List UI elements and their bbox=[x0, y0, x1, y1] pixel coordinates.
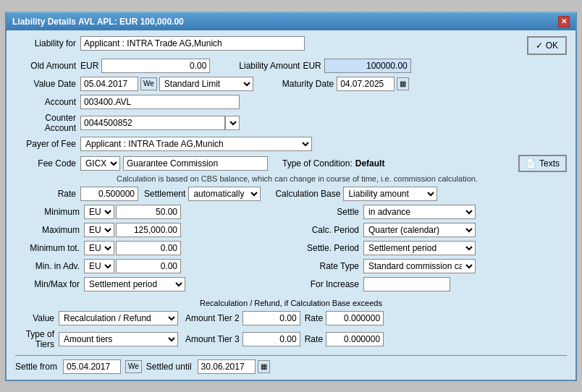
title-bar: Liability Details AVL APL: EUR 100,000.0… bbox=[7, 13, 575, 30]
minimum-tot-input[interactable] bbox=[116, 241, 181, 255]
settle-label: Settle bbox=[295, 207, 363, 217]
amount-tier3-label: Amount Tier 3 bbox=[185, 334, 240, 344]
maturity-date-label: Maturity Date bbox=[282, 79, 334, 89]
calc-base-label: Calculation Base bbox=[275, 189, 340, 199]
settled-until-cal-button[interactable]: ▦ bbox=[258, 360, 270, 373]
checkmark-icon: ✓ bbox=[536, 41, 543, 51]
type-of-tiers-label: Type of Tiers bbox=[15, 329, 59, 349]
rate-type-label: Rate Type bbox=[295, 261, 363, 271]
type-of-tiers-select[interactable]: Amount tiers bbox=[59, 332, 178, 346]
payer-of-fee-label: Payer of Fee bbox=[15, 139, 80, 149]
rate-input[interactable] bbox=[80, 187, 138, 201]
maximum-label: Maximum bbox=[15, 225, 84, 235]
liability-for-row: Liability for bbox=[15, 36, 305, 51]
rate2-label: Rate bbox=[305, 313, 323, 323]
rate2-input[interactable] bbox=[326, 311, 384, 325]
fee-code-label: Fee Code bbox=[15, 158, 80, 169]
settled-until-label: Settled until bbox=[146, 362, 192, 372]
account-label: Account bbox=[15, 97, 80, 107]
settle-select[interactable]: in advance bbox=[363, 205, 476, 219]
fee-code-select[interactable]: GICX bbox=[80, 156, 120, 171]
settle-period-label: Settle. Period bbox=[295, 243, 363, 253]
value-select[interactable]: Recalculation / Refund bbox=[59, 311, 178, 325]
value-date-label: Value Date bbox=[15, 79, 80, 89]
maximum-currency-select[interactable]: EUR bbox=[84, 223, 114, 237]
ok-button[interactable]: ✓ OK bbox=[527, 36, 567, 55]
liability-amount-input[interactable] bbox=[324, 59, 411, 73]
rate-label: Rate bbox=[15, 189, 80, 199]
calc-period-label: Calc. Period bbox=[295, 225, 363, 235]
calc-info: Calculation is based on CBS balance, whi… bbox=[117, 174, 567, 183]
counter-account-select[interactable]: ▼ bbox=[225, 116, 240, 130]
window-title: Liability Details AVL APL: EUR 100,000.0… bbox=[12, 17, 184, 27]
amount-tier2-label: Amount Tier 2 bbox=[185, 313, 240, 323]
standard-limit-select[interactable]: Standard Limit bbox=[159, 77, 253, 91]
main-window: Liability Details AVL APL: EUR 100,000.0… bbox=[5, 12, 577, 381]
old-amount-label: Old Amount bbox=[15, 61, 80, 71]
rate3-label: Rate bbox=[305, 334, 323, 344]
minimum-tot-currency-select[interactable]: EUR bbox=[84, 241, 114, 255]
settlement-label: Settlement bbox=[144, 189, 185, 199]
minimum-currency-select[interactable]: EUR bbox=[84, 205, 114, 219]
type-of-condition-label: Type of Condition: bbox=[282, 158, 353, 169]
type-of-condition-value: Default bbox=[355, 158, 385, 169]
settle-from-input[interactable] bbox=[63, 359, 121, 374]
maturity-date-cal-button[interactable]: ▦ bbox=[397, 77, 409, 90]
liability-for-label: Liability for bbox=[15, 38, 80, 48]
texts-icon: 📄 bbox=[526, 158, 536, 169]
maturity-date-input[interactable] bbox=[337, 77, 395, 91]
maximum-input[interactable] bbox=[116, 223, 181, 237]
payer-of-fee-select[interactable]: Applicant : INTRA Trade AG,Munich bbox=[80, 137, 312, 151]
liability-amount-currency: EUR bbox=[303, 61, 321, 71]
min-in-adv-input[interactable] bbox=[116, 259, 181, 273]
amount-tier3-input[interactable] bbox=[242, 332, 300, 346]
settle-period-select[interactable]: Settlement period bbox=[363, 241, 476, 255]
amount-tier2-input[interactable] bbox=[242, 311, 300, 325]
counter-account-label: Counter Account bbox=[15, 113, 80, 133]
calc-base-select[interactable]: Liability amount bbox=[343, 187, 437, 201]
account-input[interactable] bbox=[80, 95, 240, 109]
min-in-adv-label: Min. in Adv. bbox=[15, 261, 84, 271]
minimum-label: Minimum bbox=[15, 207, 84, 217]
min-in-adv-currency-select[interactable]: EUR bbox=[84, 259, 114, 273]
minmax-for-select[interactable]: Settlement period bbox=[84, 277, 185, 291]
rate3-input[interactable] bbox=[326, 332, 384, 346]
liability-for-input[interactable] bbox=[80, 36, 305, 51]
settle-from-label: Settle from bbox=[15, 362, 57, 372]
old-amount-currency: EUR bbox=[80, 61, 98, 71]
fee-name-input[interactable] bbox=[123, 156, 268, 171]
minmax-for-label: Min/Max for bbox=[15, 279, 84, 289]
value-date-input[interactable] bbox=[80, 77, 138, 91]
for-increase-input[interactable] bbox=[363, 277, 450, 291]
for-increase-label: For Increase bbox=[295, 279, 363, 289]
counter-account-input[interactable] bbox=[80, 116, 225, 130]
settlement-select[interactable]: automatically bbox=[188, 187, 261, 201]
settle-from-we-button[interactable]: We bbox=[125, 360, 142, 373]
recalc-heading: Recalculation / Refund, if Calculation B… bbox=[15, 299, 567, 307]
minimum-tot-label: Minimum tot. bbox=[15, 243, 84, 253]
settled-until-input[interactable] bbox=[198, 359, 256, 374]
value-label: Value bbox=[15, 313, 59, 323]
calc-period-select[interactable]: Quarter (calendar) bbox=[363, 223, 476, 237]
rate-type-select[interactable]: Standard commission calc. bbox=[363, 259, 476, 273]
old-amount-input[interactable] bbox=[101, 59, 210, 73]
value-date-we-button[interactable]: We bbox=[140, 77, 157, 90]
liability-amount-label: Liability Amount bbox=[239, 61, 300, 71]
texts-button[interactable]: 📄 Texts bbox=[518, 155, 567, 172]
minimum-input[interactable] bbox=[116, 205, 181, 219]
close-button[interactable]: ✕ bbox=[558, 16, 570, 27]
